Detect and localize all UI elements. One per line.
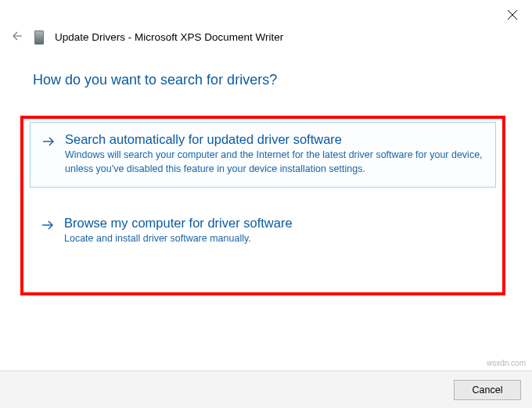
- watermark: wsxdn.com: [487, 359, 526, 367]
- option-browse-computer[interactable]: Browse my computer for driver software L…: [30, 206, 496, 257]
- option-body: Browse my computer for driver software L…: [64, 216, 485, 246]
- option-description: Windows will search your computer and th…: [65, 149, 484, 176]
- spacer: [30, 188, 496, 206]
- back-button[interactable]: [11, 30, 23, 45]
- options-highlight: Search automatically for updated driver …: [20, 116, 505, 295]
- option-title: Browse my computer for driver software: [64, 216, 485, 231]
- option-body: Search automatically for updated driver …: [65, 132, 484, 176]
- footer: Cancel: [0, 370, 532, 408]
- cancel-button[interactable]: Cancel: [454, 380, 521, 400]
- arrow-left-icon: [11, 30, 23, 42]
- close-icon: [507, 9, 518, 20]
- arrow-right-icon: [41, 218, 55, 232]
- option-search-automatically[interactable]: Search automatically for updated driver …: [30, 122, 496, 188]
- close-button[interactable]: [507, 9, 518, 23]
- device-icon: [34, 30, 44, 45]
- window-title: Update Drivers - Microsoft XPS Document …: [55, 31, 283, 43]
- option-description: Locate and install driver software manua…: [64, 232, 485, 246]
- option-title: Search automatically for updated driver …: [65, 132, 484, 147]
- page-heading: How do you want to search for drivers?: [33, 72, 277, 88]
- header: Update Drivers - Microsoft XPS Document …: [11, 30, 283, 45]
- arrow-right-icon: [41, 134, 56, 149]
- cancel-label: Cancel: [473, 385, 503, 395]
